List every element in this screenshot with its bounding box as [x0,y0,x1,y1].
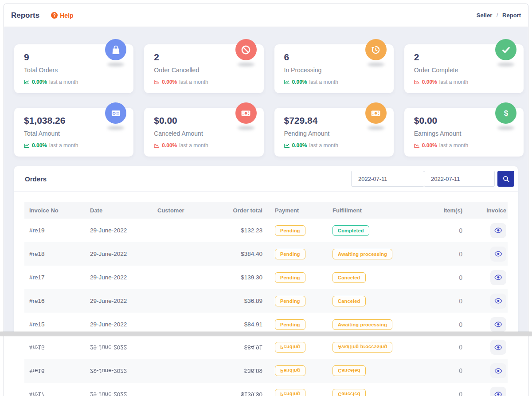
stat-label: Total Orders [24,67,125,74]
trend-chart-icon [284,80,290,85]
invoice-view-button[interactable] [490,294,506,309]
table-row: #re1629-June-2022$36.89PendingCanceled0 [24,359,508,383]
col-fulfillment: Fulfillment [321,207,423,214]
invoice-view-button[interactable] [490,340,506,355]
payment-badge: Pending [275,389,305,396]
trend-chart-icon [414,143,420,148]
eye-icon [494,274,502,281]
cell-invoice-no: #re15 [24,344,84,351]
shopping-bag-icon [105,39,126,60]
fulfillment-badge: Canceled [332,366,366,376]
cell-invoice-no: #re19 [24,227,84,234]
stat-cards-row-1: 9Total Orders0.00%last a month2Order Can… [14,44,524,93]
cell-order-total: $139.30 [224,391,264,396]
screenshot-seam-divider [0,332,532,336]
trend-chart-icon [284,143,290,148]
col-payment: Payment [264,207,321,214]
fulfillment-badge: Completed [332,225,369,236]
money-check-icon [105,102,126,124]
trend-value: 0.00% [32,79,47,85]
breadcrumb-separator: / [497,12,498,19]
invoice-view-button[interactable] [490,317,506,332]
invoice-view-button[interactable] [490,270,506,285]
cell-items: 0 [423,251,472,258]
page-title: Reports [11,11,39,20]
payment-badge: Pending [275,249,305,259]
top-bar: Reports ? Help Seller / Report [4,4,528,27]
cell-invoice-no: #re16 [24,298,84,304]
trend-value: 0.00% [292,142,307,149]
date-to-input[interactable] [424,171,495,187]
trend-value: 0.00% [422,79,437,85]
fulfillment-badge: Awaiting processing [332,319,392,330]
cell-order-total: $36.89 [224,298,264,304]
invoice-view-button[interactable] [490,364,506,379]
stat-card: 6In Processing0.00%last a month [274,44,394,93]
trend-note: last a month [309,142,338,149]
invoice-view-button[interactable] [490,247,506,262]
invoice-view-button[interactable] [490,223,506,238]
stat-card: $729.84Pending Amount0.00%last a month [274,108,394,157]
help-link[interactable]: ? Help [51,12,73,19]
trend-chart-icon [154,143,160,148]
cell-date: 29-June-2022 [84,227,151,234]
fulfillment-badge: Canceled [332,389,366,396]
table-row: #re1729-June-2022$139.30PendingCanceled0 [24,383,508,396]
cell-invoice-no: #re18 [24,251,84,257]
cell-date: 29-June-2022 [84,391,151,396]
cell-items: 0 [423,321,472,328]
orders-panel: Orders Invoice No Date Customer Order to… [14,166,518,336]
cell-order-total: $84.91 [224,321,264,328]
stat-label: Canceled Amount [154,130,254,137]
cell-items: 0 [423,227,472,234]
search-button[interactable] [497,171,514,187]
table-row: #re1829-June-2022$384.40PendingAwaiting … [24,242,508,266]
stat-trend: 0.00%last a month [414,79,515,85]
stat-label: Total Amount [24,130,125,137]
orders-title: Orders [25,175,47,183]
trend-note: last a month [49,79,78,85]
payment-badge: Pending [275,366,305,376]
invoice-view-button[interactable] [490,387,506,396]
cell-date: 29-June-2022 [84,251,151,257]
stat-cards-row-2: $1,038.26Total Amount0.00%last a month$0… [14,108,524,157]
cell-order-total: $84.91 [224,344,264,351]
fulfillment-badge: Awaiting processing [332,249,392,259]
trend-value: 0.00% [422,142,437,149]
cell-order-total: $139.30 [224,274,264,281]
payment-badge: Pending [275,342,305,353]
breadcrumb-seller[interactable]: Seller [477,12,492,19]
payment-badge: Pending [275,225,305,236]
fulfillment-badge: Awaiting processing [332,342,392,353]
trend-note: last a month [309,79,338,85]
col-invoice: Invoice [472,207,508,214]
col-date: Date [84,207,151,214]
date-from-input[interactable] [351,171,424,187]
cell-items: 0 [423,298,472,305]
trend-note: last a month [179,142,208,149]
table-body: #re1929-June-2022$132.23PendingCompleted… [24,219,508,336]
eye-icon [494,321,502,328]
trend-note: last a month [179,79,208,85]
breadcrumb-report[interactable]: Report [502,12,521,19]
eye-icon [494,251,502,257]
trend-note: last a month [439,142,468,149]
stat-card: $0.00Canceled Amount0.00%last a month [144,108,263,157]
trend-chart-icon [24,80,30,85]
eye-icon [494,227,502,234]
cell-items: 0 [423,391,472,396]
trend-value: 0.00% [162,79,177,85]
cell-items: 0 [423,368,472,375]
col-customer: Customer [151,207,224,214]
stat-card: 2Order Cancelled0.00%last a month [144,44,263,93]
trend-value: 0.00% [162,142,177,149]
trend-note: last a month [49,142,78,149]
payment-badge: Pending [275,296,305,306]
breadcrumb: Seller / Report [477,12,521,19]
cell-items: 0 [423,274,472,281]
cell-invoice-no: #re15 [24,321,84,328]
stat-trend: 0.00%last a month [284,142,385,149]
payment-badge: Pending [275,272,305,283]
eye-icon [494,391,502,396]
cell-date: 29-June-2022 [84,298,151,304]
